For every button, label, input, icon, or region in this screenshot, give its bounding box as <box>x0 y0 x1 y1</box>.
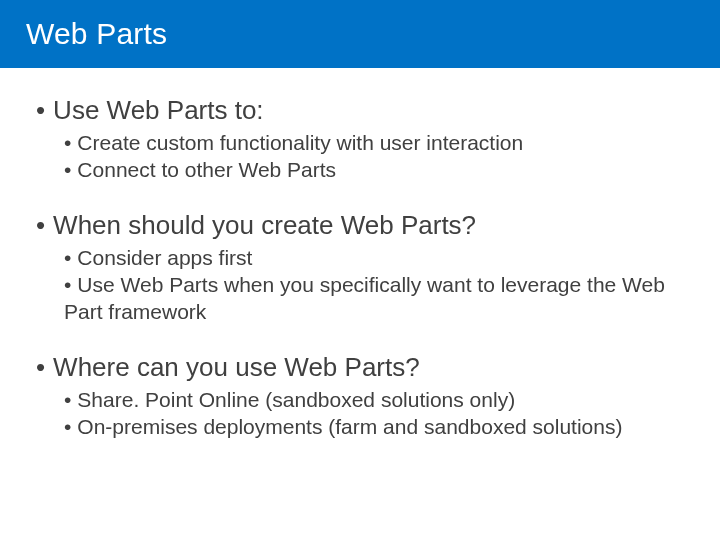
section-heading: •When should you create Web Parts? •Cons… <box>36 209 684 325</box>
slide-title: Web Parts <box>26 17 167 51</box>
list-item-text: Use Web Parts when you specifically want… <box>64 273 665 323</box>
bullet-icon: • <box>64 131 71 154</box>
section-heading: •Where can you use Web Parts? •Share. Po… <box>36 351 684 440</box>
bullet-icon: • <box>36 95 45 125</box>
slide-title-bar: Web Parts <box>0 0 720 68</box>
bullet-icon: • <box>64 415 71 438</box>
list-item: •Consider apps first <box>64 244 684 271</box>
section-heading: •Use Web Parts to: •Create custom functi… <box>36 94 684 183</box>
list-item-text: Connect to other Web Parts <box>77 158 336 181</box>
list-item-text: On-premises deployments (farm and sandbo… <box>77 415 622 438</box>
slide-body: •Use Web Parts to: •Create custom functi… <box>0 68 720 455</box>
list-item: •On-premises deployments (farm and sandb… <box>64 413 684 440</box>
list-item: •Connect to other Web Parts <box>64 156 684 183</box>
list-item: •Use Web Parts when you specifically wan… <box>64 271 684 326</box>
bullet-icon: • <box>64 158 71 181</box>
bullet-icon: • <box>64 388 71 411</box>
bullet-icon: • <box>64 273 71 296</box>
list-item-text: Consider apps first <box>77 246 252 269</box>
list-item-text: Create custom functionality with user in… <box>77 131 523 154</box>
bullet-icon: • <box>36 352 45 382</box>
section-heading-text: Use Web Parts to: <box>53 95 264 125</box>
section-heading-text: Where can you use Web Parts? <box>53 352 420 382</box>
bullet-icon: • <box>36 210 45 240</box>
section-heading-text: When should you create Web Parts? <box>53 210 476 240</box>
list-item-text: Share. Point Online (sandboxed solutions… <box>77 388 515 411</box>
list-item: •Share. Point Online (sandboxed solution… <box>64 386 684 413</box>
list-item: •Create custom functionality with user i… <box>64 129 684 156</box>
bullet-icon: • <box>64 246 71 269</box>
